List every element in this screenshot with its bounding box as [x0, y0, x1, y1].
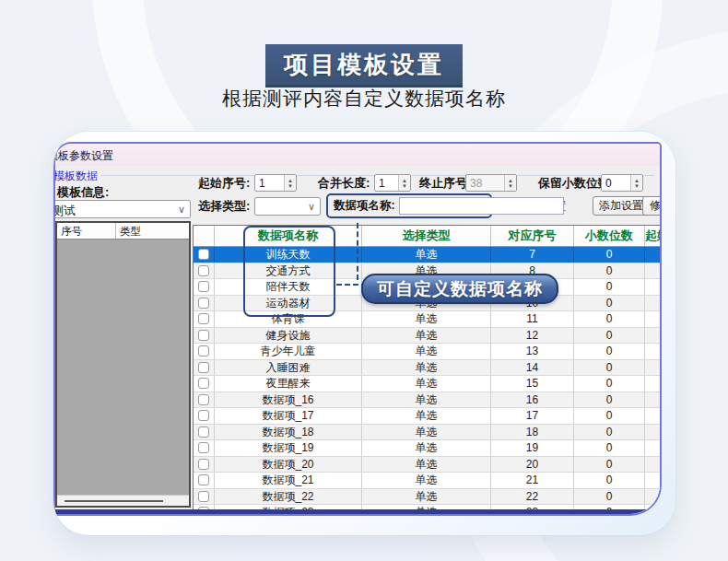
table-row[interactable]: 入睡困难 单选 14 0	[194, 360, 660, 377]
cell-start-number	[645, 263, 660, 279]
cell-decimals: 0	[574, 311, 645, 327]
scrollbar-thumb[interactable]	[65, 500, 163, 502]
table-row[interactable]: 数据项_20 单选 20 0	[194, 457, 660, 473]
row-checkbox[interactable]	[198, 474, 209, 485]
table-row[interactable]: 数据项_16 单选 16 0	[194, 392, 660, 409]
table-row[interactable]: 数据项_22 单选 22 0	[194, 489, 660, 506]
select-type-label: 选择类型:	[198, 197, 250, 216]
cell-select-type: 单选	[362, 360, 491, 376]
cell-start-number	[645, 247, 660, 263]
merge-length-label: 合并长度:	[318, 174, 370, 193]
page-title: 项目模板设置	[265, 44, 463, 88]
cell-item-name: 数据项_21	[215, 473, 362, 488]
row-checkbox[interactable]	[198, 442, 209, 453]
cell-item-name: 数据项_18	[215, 425, 362, 440]
cell-select-type: 单选	[362, 473, 491, 488]
dialog-bottom-edge	[55, 509, 660, 514]
row-checkbox[interactable]	[198, 410, 209, 421]
start-number-value: 1	[255, 175, 284, 191]
end-number-label: 终止序号:	[419, 174, 471, 193]
cell-select-type: 单选	[362, 489, 491, 505]
cell-start-number	[645, 360, 660, 376]
cell-select-type: 单选	[362, 344, 491, 359]
table-row[interactable]: 数据项_17 单选 17 0	[194, 408, 660, 425]
chevron-down-icon: ∨	[178, 204, 185, 216]
cell-decimals: 0	[574, 344, 645, 359]
cell-start-number	[645, 440, 660, 456]
table-row[interactable]: 数据项_18 单选 18 0	[194, 425, 660, 441]
cell-start-number	[645, 489, 660, 505]
cell-select-type: 单选	[362, 425, 491, 440]
cell-start-number	[645, 344, 660, 359]
start-number-stepper[interactable]: 1 ▲▼	[254, 174, 297, 192]
row-checkbox[interactable]	[198, 298, 209, 309]
row-checkbox[interactable]	[198, 491, 209, 502]
col-header-decimals: 小数位数	[574, 226, 645, 246]
row-checkbox[interactable]	[198, 345, 209, 356]
cell-number: 14	[491, 360, 574, 376]
row-checkbox[interactable]	[198, 378, 209, 389]
cell-start-number	[645, 296, 660, 311]
stepper-arrows-icon[interactable]: ▲▼	[398, 175, 410, 191]
cell-number: 16	[491, 392, 574, 408]
table-row[interactable]: 数据项_19 单选 19 0	[194, 440, 660, 457]
row-checkbox[interactable]	[198, 362, 209, 373]
select-type-dropdown[interactable]: ∨	[254, 197, 321, 216]
stepper-arrows-icon[interactable]: ▲▼	[630, 175, 642, 191]
cell-decimals: 0	[574, 440, 645, 456]
row-checkbox[interactable]	[198, 330, 209, 341]
row-checkbox[interactable]	[198, 459, 209, 470]
table-row[interactable]: 夜里醒来 单选 15 0	[194, 376, 660, 392]
end-number-stepper: 38 ▲▼	[465, 174, 517, 192]
cell-item-name: 青少年儿童	[215, 344, 362, 359]
cell-select-type: 单选	[362, 311, 491, 327]
cell-item-name: 数据项_22	[215, 489, 362, 505]
cell-item-name: 数据项_16	[215, 392, 362, 408]
sidebar-col-type: 类型	[116, 223, 141, 239]
row-checkbox[interactable]	[198, 249, 209, 260]
name-column-highlight-box	[243, 226, 335, 317]
dialog-title: 模板参数设置	[53, 148, 113, 164]
col-header-number: 对应序号	[491, 226, 574, 246]
horizontal-scrollbar[interactable]	[57, 495, 189, 506]
cell-decimals: 0	[574, 489, 645, 505]
add-setting-button[interactable]: 添加设置	[593, 196, 650, 216]
row-checkbox[interactable]	[198, 427, 209, 438]
cell-decimals: 0	[574, 408, 645, 424]
stepper-arrows-icon: ▲▼	[504, 175, 516, 191]
cell-decimals: 0	[574, 392, 645, 408]
table-row[interactable]: 青少年儿童 单选 13 0	[194, 344, 660, 360]
cell-number: 15	[491, 376, 574, 392]
cell-number: 21	[491, 473, 574, 488]
cell-start-number	[645, 457, 660, 473]
modify-button[interactable]: 修改	[642, 196, 662, 216]
cell-decimals: 0	[574, 360, 645, 376]
cell-select-type: 单选	[362, 457, 491, 473]
sidebar-table-header: 序号 类型	[57, 223, 189, 240]
table-row[interactable]: 健身设施 单选 12 0	[194, 328, 660, 345]
custom-name-callout: 可自定义数据项名称	[361, 274, 558, 304]
cell-select-type: 单选	[362, 328, 491, 344]
template-select-value: 测试	[53, 203, 76, 218]
row-checkbox[interactable]	[198, 394, 209, 405]
merge-length-value: 1	[375, 175, 398, 191]
page-subtitle: 根据测评内容自定义数据项名称	[0, 86, 728, 111]
cell-start-number	[645, 425, 660, 440]
template-info-label: 模板信息:	[57, 184, 109, 201]
decimal-places-value: 0	[602, 175, 630, 191]
item-name-input[interactable]	[399, 197, 564, 215]
template-select[interactable]: 测试 ∨	[53, 200, 191, 218]
end-number-value: 38	[466, 175, 504, 191]
table-row[interactable]: 数据项_21 单选 21 0	[194, 473, 660, 489]
cell-select-type: 单选	[362, 440, 491, 456]
decimal-places-stepper[interactable]: 0 ▲▼	[601, 174, 643, 192]
stepper-arrows-icon[interactable]: ▲▼	[284, 175, 296, 191]
row-checkbox[interactable]	[198, 265, 209, 276]
cell-start-number	[645, 408, 660, 424]
merge-length-stepper[interactable]: 1 ▲▼	[374, 174, 411, 192]
cell-number: 20	[491, 457, 574, 473]
row-checkbox[interactable]	[198, 313, 209, 324]
cell-decimals: 0	[574, 376, 645, 392]
col-header-select-type: 选择类型	[362, 226, 491, 246]
row-checkbox[interactable]	[198, 281, 209, 292]
